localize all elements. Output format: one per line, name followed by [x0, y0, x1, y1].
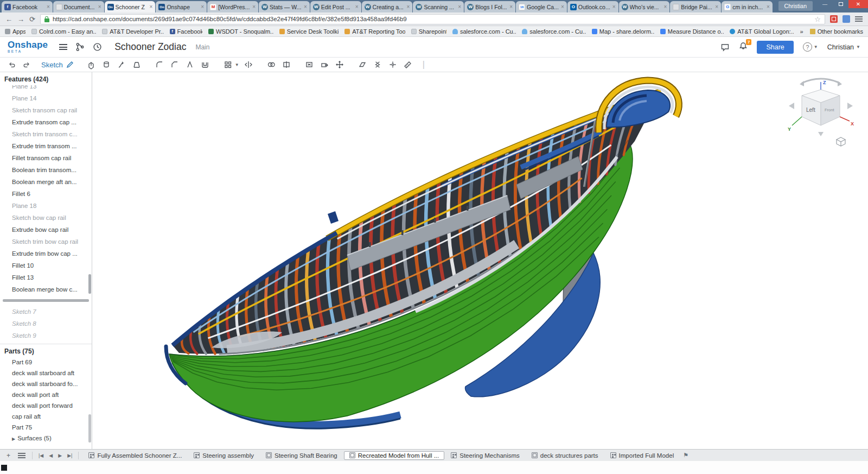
- model-viewport[interactable]: Left Front Y X Z: [93, 72, 868, 449]
- browser-tab-onshape[interactable]: OnOnshape×: [156, 1, 207, 12]
- user-menu[interactable]: Christian ▼: [827, 43, 860, 51]
- bookmark-map-share-delorm[interactable]: Map - share.delorm...: [592, 28, 654, 35]
- feature-item-sketch-trim-transom-c[interactable]: Sketch trim transom c...: [0, 128, 92, 140]
- part-item-surfaces-5[interactable]: ▶Surfaces (5): [0, 433, 92, 444]
- tab-close-icon[interactable]: ×: [201, 4, 204, 10]
- tab-close-icon[interactable]: ×: [355, 4, 359, 10]
- part-item-deck-wall-port-aft[interactable]: deck wall port aft: [0, 389, 92, 400]
- rotate-down-icon[interactable]: [818, 132, 824, 136]
- tab-close-icon[interactable]: ×: [47, 4, 50, 10]
- feature-item-sketch-9[interactable]: Sketch 9: [0, 330, 92, 342]
- delete-face-icon[interactable]: [303, 59, 315, 70]
- split-icon[interactable]: [280, 59, 292, 70]
- feature-item-extrude-trim-transom[interactable]: Extrude trim transom ...: [0, 140, 92, 152]
- feature-item-extrude-transom-cap[interactable]: Extrude transom cap ...: [0, 116, 92, 128]
- draft-icon[interactable]: [184, 59, 196, 70]
- tab-close-icon[interactable]: ×: [98, 4, 101, 10]
- next-tab-button[interactable]: ▶: [56, 453, 64, 458]
- versions-icon[interactable]: [75, 42, 85, 52]
- revolve-icon[interactable]: [100, 59, 112, 70]
- features-scrollbar-thumb[interactable]: [88, 274, 91, 294]
- feature-item-sketch-8[interactable]: Sketch 8: [0, 318, 92, 330]
- loft-icon[interactable]: [131, 59, 143, 70]
- browser-tab-wordpres[interactable]: M[WordPres...×: [207, 1, 258, 12]
- extension-icon[interactable]: [830, 15, 838, 23]
- back-button[interactable]: ←: [5, 16, 12, 23]
- feature-item-sketch-trim-bow-cap-rail[interactable]: Sketch trim bow cap rail: [0, 236, 92, 248]
- browser-tab-google-ca[interactable]: 16Google Ca...×: [516, 1, 567, 12]
- bookmark-at-t-developer-pr[interactable]: AT&T Developer Pr...: [102, 28, 163, 35]
- document-tab-deck-structures-parts[interactable]: deck structures parts: [526, 451, 604, 460]
- window-close-button[interactable]: ✕: [848, 0, 868, 8]
- bookmark-item[interactable]: »: [800, 28, 803, 35]
- sweep-icon[interactable]: [116, 59, 127, 70]
- help-menu[interactable]: ? ▼: [803, 42, 818, 52]
- feature-item-fillet-transom-cap-rail[interactable]: Fillet transom cap rail: [0, 152, 92, 164]
- bookmark-other-bookmarks[interactable]: Other bookmarks: [810, 28, 863, 35]
- rollback-bar[interactable]: [3, 299, 89, 302]
- browser-tab-who-s-vie[interactable]: WWho's vie...×: [619, 1, 670, 12]
- tab-overflow-icon[interactable]: ⚑: [683, 452, 688, 459]
- bookmark-at-t-reporting-tool[interactable]: AT&T Reporting Tool: [344, 28, 405, 35]
- tab-close-icon[interactable]: ×: [458, 4, 461, 10]
- part-item-deck-wall-port-forward[interactable]: deck wall port forward: [0, 400, 92, 411]
- feature-item-plane-18[interactable]: Plane 18: [0, 200, 92, 212]
- browser-tab-stats-w[interactable]: WStats — W...×: [259, 1, 310, 12]
- sketch-button[interactable]: Sketch: [41, 60, 74, 69]
- bookmark-measure-distance-o[interactable]: Measure Distance o...: [660, 28, 724, 35]
- notifications-bell[interactable]: 7: [739, 42, 748, 53]
- workspace-name[interactable]: Main: [195, 43, 209, 51]
- isometric-view-icon[interactable]: [835, 136, 846, 149]
- tab-list-icon[interactable]: [18, 453, 25, 458]
- share-button[interactable]: Share: [757, 41, 793, 54]
- browser-tab-creating-a[interactable]: WCreating a...×: [362, 1, 413, 12]
- last-tab-button[interactable]: ▶|: [65, 453, 74, 458]
- comments-icon[interactable]: [720, 43, 730, 52]
- measure-icon[interactable]: [402, 59, 414, 70]
- tab-close-icon[interactable]: ×: [561, 4, 564, 10]
- bookmark-at-t-global-logon[interactable]: AT&T Global Logon:...: [730, 28, 794, 35]
- boolean-icon[interactable]: [265, 59, 277, 70]
- feature-item-boolean-trim-transom[interactable]: Boolean trim transom...: [0, 164, 92, 176]
- feature-item-boolean-merge-bow-c[interactable]: Boolean merge bow c...: [0, 283, 92, 295]
- part-item-part-75[interactable]: Part 75: [0, 422, 92, 433]
- feature-item-extrude-bow-cap-rail[interactable]: Extrude bow cap rail: [0, 224, 92, 236]
- fillet-icon[interactable]: [154, 59, 165, 70]
- document-tab-recreated-model-from-hull[interactable]: Recreated Model from Hull ...: [344, 451, 445, 460]
- browser-tab-blogs-i-fol[interactable]: WBlogs I Fol...×: [464, 1, 515, 12]
- extension-icon-2[interactable]: [843, 15, 850, 23]
- helix-icon[interactable]: [372, 59, 384, 70]
- bookmark-salesforce-com-cu[interactable]: salesforce.com - Cu...: [522, 28, 585, 35]
- feature-item-plane-14[interactable]: Plane 14: [0, 92, 92, 104]
- transform-icon[interactable]: [334, 59, 346, 70]
- window-maximize-button[interactable]: [833, 0, 848, 8]
- tab-close-icon[interactable]: ×: [509, 4, 513, 10]
- tab-close-icon[interactable]: ×: [407, 4, 410, 10]
- tab-close-icon[interactable]: ×: [304, 4, 307, 10]
- bookmark-wsdot-snoqualm[interactable]: WSDOT - Snoqualm...: [208, 28, 273, 35]
- part-item-part-69[interactable]: Part 69: [0, 357, 92, 368]
- bookmark-sharepoint[interactable]: Sharepoint: [411, 28, 446, 35]
- move-face-icon[interactable]: [318, 59, 330, 70]
- browser-tab-outlook-co[interactable]: OOutlook.co...×: [567, 1, 618, 12]
- document-tab-steering-mechanisms[interactable]: Steering Mechanisms: [445, 451, 525, 460]
- feature-item-sketch-transom-cap-rail[interactable]: Sketch transom cap rail: [0, 104, 92, 116]
- part-item-deck-wall-starboard-fo[interactable]: deck wall starboard fo...: [0, 378, 92, 389]
- browser-tab-document[interactable]: Document...×: [53, 1, 104, 12]
- tab-close-icon[interactable]: ×: [767, 4, 770, 10]
- document-tab-steering-shaft-bearing[interactable]: Steering Shaft Bearing: [260, 451, 343, 460]
- tab-close-icon[interactable]: ×: [150, 4, 153, 10]
- chamfer-icon[interactable]: [169, 59, 181, 70]
- 3d-model-schooner-hull[interactable]: [93, 72, 868, 449]
- browser-tab-cm-in-inch[interactable]: Gcm in inch...×: [722, 1, 773, 12]
- feature-item-fillet-13[interactable]: Fillet 13: [0, 271, 92, 283]
- expand-caret-icon[interactable]: ▶: [12, 437, 15, 441]
- bookmark-service-desk-toolkit[interactable]: Service Desk Toolkit: [279, 28, 339, 35]
- part-item-deck-wall-starboard-aft[interactable]: deck wall starboard aft: [0, 368, 92, 378]
- pattern-dropdown-caret-icon[interactable]: ▼: [235, 62, 239, 67]
- browser-tab-bridge-pai[interactable]: Bridge Pai...×: [670, 1, 721, 12]
- bookmark-star-icon[interactable]: ☆: [814, 15, 821, 23]
- mirror-icon[interactable]: [242, 59, 254, 70]
- feature-item-sketch-bow-cap-rail[interactable]: Sketch bow cap rail: [0, 212, 92, 224]
- bookmark-facebook[interactable]: fFacebook: [170, 28, 202, 35]
